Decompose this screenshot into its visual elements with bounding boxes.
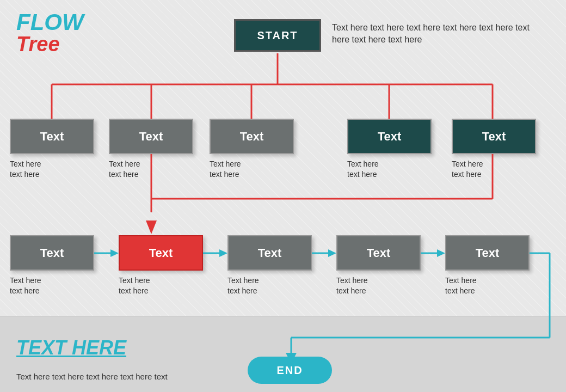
- svg-marker-16: [328, 249, 336, 257]
- tree-node-5-sublabel: Text heretext here: [452, 159, 483, 180]
- svg-marker-8: [146, 220, 157, 234]
- flow-node-3-sublabel: Text heretext here: [227, 275, 259, 296]
- title-flow: FLOW: [16, 11, 84, 34]
- flow-node-1-sublabel: Text heretext here: [10, 275, 41, 296]
- start-description: Text here text here text here text here …: [332, 22, 539, 46]
- tree-node-3-label: Text: [240, 130, 264, 144]
- bottom-text: Text here text here text here text here …: [16, 372, 168, 381]
- end-node: END: [248, 357, 332, 384]
- tree-node-5-label: Text: [482, 130, 506, 144]
- flow-node-2-label: Text: [149, 246, 173, 260]
- tree-node-1-label: Text: [40, 130, 64, 144]
- tree-node-4-label: Text: [378, 130, 402, 144]
- start-node: START: [234, 19, 321, 52]
- tree-node-3: Text: [210, 119, 294, 154]
- end-label: END: [276, 364, 303, 377]
- flow-node-3: Text: [227, 235, 312, 271]
- tree-node-5: Text: [452, 119, 536, 154]
- flow-node-2: Text: [119, 235, 203, 271]
- tree-node-4: Text: [347, 119, 432, 154]
- flow-node-5-sublabel: Text heretext here: [445, 275, 477, 296]
- flow-node-4: Text: [336, 235, 421, 271]
- tree-node-1: Text: [10, 119, 94, 154]
- svg-marker-14: [219, 249, 227, 257]
- tree-node-2-sublabel: Text heretext here: [109, 159, 140, 180]
- flow-node-1: Text: [10, 235, 94, 271]
- flow-node-5-label: Text: [476, 246, 500, 260]
- flow-node-1-label: Text: [40, 246, 64, 260]
- bottom-title: TEXT HERE: [16, 336, 126, 359]
- title-tree: Tree: [16, 34, 84, 54]
- start-label: START: [257, 29, 298, 42]
- title-area: FLOW Tree: [16, 11, 84, 54]
- flow-node-2-sublabel: Text heretext here: [119, 275, 150, 296]
- flow-node-4-label: Text: [367, 246, 391, 260]
- svg-marker-18: [437, 249, 445, 257]
- svg-marker-12: [110, 249, 119, 257]
- flow-node-5: Text: [445, 235, 530, 271]
- flow-node-4-sublabel: Text heretext here: [336, 275, 368, 296]
- tree-node-1-sublabel: Text heretext here: [10, 159, 41, 180]
- flow-node-3-label: Text: [258, 246, 282, 260]
- tree-node-2-label: Text: [139, 130, 163, 144]
- tree-node-3-sublabel: Text heretext here: [210, 159, 241, 180]
- tree-node-4-sublabel: Text heretext here: [347, 159, 379, 180]
- tree-node-2: Text: [109, 119, 193, 154]
